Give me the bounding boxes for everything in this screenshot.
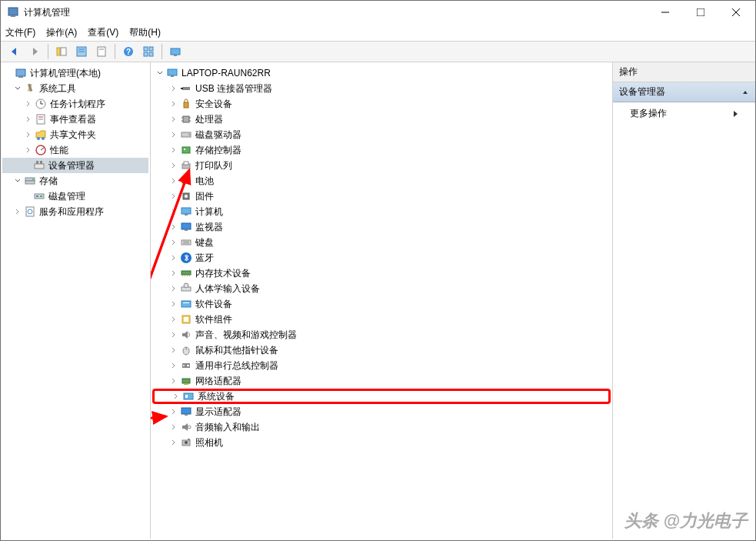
expander-closed-icon[interactable]	[169, 222, 178, 232]
usb-connector-icon	[180, 82, 192, 95]
expander-closed-icon[interactable]	[169, 145, 178, 155]
hid-icon	[180, 282, 192, 295]
expander-closed-icon[interactable]	[169, 207, 178, 216]
scan-hardware-button[interactable]	[166, 42, 185, 61]
maximize-button[interactable]	[683, 1, 718, 24]
expander-closed-icon[interactable]	[169, 192, 178, 201]
device-processors[interactable]: 处理器	[152, 112, 611, 127]
expander-closed-icon[interactable]	[169, 238, 178, 247]
expander-closed-icon[interactable]	[24, 145, 33, 155]
tree-shared-folders[interactable]: 共享文件夹	[2, 127, 148, 142]
device-batteries[interactable]: 电池	[152, 173, 611, 189]
svg-rect-50	[171, 75, 174, 77]
device-network[interactable]: 网络适配器	[152, 373, 611, 389]
device-display[interactable]: 显示适配器	[152, 404, 611, 419]
expander-closed-icon[interactable]	[13, 207, 22, 216]
device-software-devices[interactable]: 软件设备	[152, 296, 611, 312]
expander-closed-icon[interactable]	[169, 346, 178, 355]
svg-rect-61	[182, 147, 190, 153]
device-monitors[interactable]: 监视器	[152, 219, 611, 235]
toolbar: ?	[1, 41, 755, 62]
device-cameras[interactable]: 照相机	[152, 435, 611, 450]
expander-closed-icon[interactable]	[169, 361, 178, 370]
left-navigation-tree[interactable]: 计算机管理(本地) 系统工具 任务计划程序 事件查看器 共享文件夹 性能	[1, 62, 151, 539]
device-firmware[interactable]: 固件	[152, 189, 611, 204]
expander-open-icon[interactable]	[155, 68, 165, 78]
expander-closed-icon[interactable]	[169, 130, 178, 139]
svg-rect-70	[185, 214, 188, 215]
device-root[interactable]: LAPTOP-RAUN62RR	[152, 65, 611, 81]
tree-device-manager[interactable]: 设备管理器	[2, 158, 148, 173]
menu-view[interactable]: 查看(V)	[88, 26, 118, 39]
menu-help[interactable]: 帮助(H)	[129, 26, 161, 39]
expander-closed-icon[interactable]	[169, 99, 178, 109]
device-bluetooth[interactable]: 蓝牙	[152, 250, 611, 265]
device-hid[interactable]: 人体学输入设备	[152, 281, 611, 296]
expander-closed-icon[interactable]	[24, 99, 33, 109]
device-audio-io[interactable]: 音频输入和输出	[152, 419, 611, 435]
device-tree-pane[interactable]: LAPTOP-RAUN62RR USB 连接器管理器安全设备处理器磁盘驱动器存储…	[151, 62, 613, 539]
device-disk-drives[interactable]: 磁盘驱动器	[152, 127, 611, 142]
device-mice[interactable]: 鼠标和其他指针设备	[152, 342, 611, 358]
forward-button[interactable]	[25, 42, 44, 61]
tree-root[interactable]: 计算机管理(本地)	[2, 65, 148, 81]
tree-event-viewer[interactable]: 事件查看器	[2, 112, 148, 127]
collapse-icon[interactable]	[741, 88, 749, 96]
expander-closed-icon[interactable]	[169, 315, 178, 324]
tree-performance[interactable]: 性能	[2, 142, 148, 158]
expander-open-icon[interactable]	[13, 84, 22, 93]
expander-closed-icon[interactable]	[169, 438, 178, 447]
expander-closed-icon[interactable]	[24, 115, 33, 124]
device-software-components[interactable]: 软件组件	[152, 312, 611, 327]
expander-closed-icon[interactable]	[24, 130, 33, 139]
actions-context-header[interactable]: 设备管理器	[613, 82, 755, 102]
export-button[interactable]	[92, 42, 111, 61]
small-icons-button[interactable]	[139, 42, 158, 61]
properties-button[interactable]	[72, 42, 91, 61]
tree-task-scheduler[interactable]: 任务计划程序	[2, 96, 148, 112]
device-computer[interactable]: 计算机	[152, 204, 611, 219]
expander-closed-icon[interactable]	[169, 253, 178, 262]
show-hide-tree-button[interactable]	[52, 42, 71, 61]
device-sound[interactable]: 声音、视频和游戏控制器	[152, 327, 611, 342]
expander-closed-icon[interactable]	[169, 284, 178, 293]
expander-closed-icon[interactable]	[169, 299, 178, 309]
device-usb-controllers[interactable]: 通用串行总线控制器	[152, 358, 611, 373]
expander-closed-icon[interactable]	[172, 392, 181, 401]
more-actions-item[interactable]: 更多操作	[613, 102, 755, 125]
back-button[interactable]	[5, 42, 24, 61]
device-print-queues[interactable]: 打印队列	[152, 158, 611, 173]
device-storage-controllers[interactable]: 存储控制器	[152, 142, 611, 158]
device-system-devices[interactable]: 系统设备	[152, 389, 611, 404]
tree-storage[interactable]: 存储	[2, 173, 148, 189]
tree-disk-management[interactable]: 磁盘管理	[2, 189, 148, 204]
menu-file[interactable]: 文件(F)	[5, 26, 35, 39]
svg-rect-44	[35, 194, 44, 199]
expander-closed-icon[interactable]	[169, 407, 178, 416]
expander-closed-icon[interactable]	[169, 176, 178, 185]
svg-rect-80	[187, 275, 188, 276]
expander-closed-icon[interactable]	[169, 330, 178, 339]
svg-rect-49	[168, 69, 177, 75]
expander-icon[interactable]	[4, 68, 13, 78]
expander-closed-icon[interactable]	[169, 115, 178, 124]
device-security[interactable]: 安全设备	[152, 96, 611, 112]
tree-system-tools[interactable]: 系统工具	[2, 81, 148, 96]
close-button[interactable]	[718, 1, 754, 24]
svg-rect-1	[11, 15, 15, 17]
tree-services-apps[interactable]: 服务和应用程序	[2, 204, 148, 219]
expander-closed-icon[interactable]	[169, 422, 178, 432]
device-keyboards[interactable]: 键盘	[152, 235, 611, 250]
device-memory-tech[interactable]: 内存技术设备	[152, 265, 611, 281]
expander-closed-icon[interactable]	[169, 161, 178, 170]
svg-point-68	[185, 195, 188, 198]
expander-open-icon[interactable]	[13, 176, 22, 185]
expander-closed-icon[interactable]	[169, 376, 178, 386]
device-usb-connector[interactable]: USB 连接器管理器	[152, 81, 611, 96]
storage-icon	[24, 175, 36, 187]
help-button[interactable]: ?	[119, 42, 138, 61]
expander-closed-icon[interactable]	[169, 84, 178, 93]
minimize-button[interactable]	[648, 1, 683, 24]
menu-action[interactable]: 操作(A)	[46, 26, 77, 39]
expander-closed-icon[interactable]	[169, 269, 178, 278]
